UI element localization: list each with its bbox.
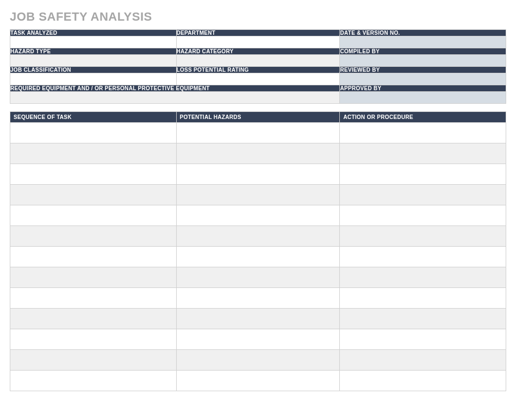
required-equipment-label: REQUIRED EQUIPMENT AND / OR PERSONAL PRO… [10,85,340,92]
sequence-task-cell[interactable] [10,267,177,288]
department-field[interactable] [176,36,340,48]
potential-hazards-cell[interactable] [176,164,340,185]
table-row [10,205,506,226]
required-equipment-field[interactable] [10,92,340,104]
info-table: TASK ANALYZED DEPARTMENT DATE & VERSION … [10,29,506,104]
compiled-by-label: COMPILED BY [340,48,506,55]
sequence-task-cell[interactable] [10,350,177,371]
hazard-type-field[interactable] [10,55,177,67]
table-row [10,288,506,309]
reviewed-by-field[interactable] [340,73,506,85]
reviewed-by-label: REVIEWED BY [340,67,506,73]
approved-by-field[interactable] [340,92,506,104]
action-procedure-cell[interactable] [340,123,506,143]
action-procedure-cell[interactable] [340,288,506,309]
potential-hazards-cell[interactable] [176,371,340,391]
date-version-field[interactable] [340,36,506,48]
compiled-by-field[interactable] [340,55,506,67]
table-row [10,309,506,329]
table-row [10,226,506,247]
action-procedure-header: ACTION OR PROCEDURE [340,112,506,123]
table-row [10,164,506,185]
hazard-type-label: HAZARD TYPE [10,48,177,55]
potential-hazards-header: POTENTIAL HAZARDS [176,112,340,123]
potential-hazards-cell[interactable] [176,226,340,247]
table-row [10,350,506,371]
sequence-task-cell[interactable] [10,288,177,309]
table-row [10,185,506,205]
potential-hazards-cell[interactable] [176,205,340,226]
action-procedure-cell[interactable] [340,164,506,185]
potential-hazards-cell[interactable] [176,143,340,164]
potential-hazards-cell[interactable] [176,350,340,371]
table-row [10,247,506,267]
hazard-category-label: HAZARD CATEGORY [176,48,340,55]
sequence-task-cell[interactable] [10,226,177,247]
loss-potential-field[interactable] [176,73,340,85]
job-classification-label: JOB CLASSIFICATION [10,67,177,73]
potential-hazards-cell[interactable] [176,247,340,267]
table-row [10,329,506,350]
sequence-task-cell[interactable] [10,309,177,329]
action-procedure-cell[interactable] [340,247,506,267]
action-procedure-cell[interactable] [340,350,506,371]
action-procedure-cell[interactable] [340,205,506,226]
task-analyzed-field[interactable] [10,36,177,48]
hazard-category-field[interactable] [176,55,340,67]
table-row [10,123,506,143]
department-label: DEPARTMENT [176,30,340,36]
sequence-task-cell[interactable] [10,247,177,267]
job-classification-field[interactable] [10,73,177,85]
action-procedure-cell[interactable] [340,309,506,329]
sequence-task-cell[interactable] [10,143,177,164]
potential-hazards-cell[interactable] [176,288,340,309]
sequence-table: SEQUENCE OF TASK POTENTIAL HAZARDS ACTIO… [10,111,506,391]
action-procedure-cell[interactable] [340,267,506,288]
action-procedure-cell[interactable] [340,371,506,391]
sequence-task-cell[interactable] [10,164,177,185]
action-procedure-cell[interactable] [340,329,506,350]
date-version-label: DATE & VERSION NO. [340,30,506,36]
potential-hazards-cell[interactable] [176,123,340,143]
approved-by-label: APPROVED BY [340,85,506,92]
action-procedure-cell[interactable] [340,185,506,205]
table-row [10,371,506,391]
potential-hazards-cell[interactable] [176,267,340,288]
sequence-task-cell[interactable] [10,185,177,205]
sequence-task-cell[interactable] [10,371,177,391]
table-row [10,143,506,164]
sequence-task-cell[interactable] [10,123,177,143]
sequence-task-cell[interactable] [10,329,177,350]
potential-hazards-cell[interactable] [176,185,340,205]
sequence-task-header: SEQUENCE OF TASK [10,112,177,123]
potential-hazards-cell[interactable] [176,309,340,329]
potential-hazards-cell[interactable] [176,329,340,350]
action-procedure-cell[interactable] [340,226,506,247]
loss-potential-label: LOSS POTENTIAL RATING [176,67,340,73]
page-title: JOB SAFETY ANALYSIS [10,10,506,24]
table-row [10,267,506,288]
action-procedure-cell[interactable] [340,143,506,164]
task-analyzed-label: TASK ANALYZED [10,30,177,36]
sequence-task-cell[interactable] [10,205,177,226]
